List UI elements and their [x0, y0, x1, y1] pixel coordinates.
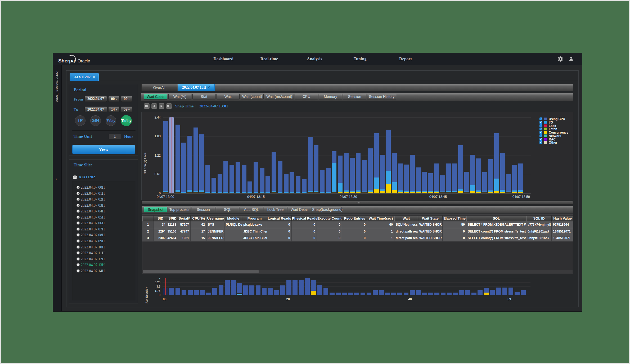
svg-text:Sherpa: Sherpa [58, 58, 75, 63]
svg-text:Oracle: Oracle [78, 59, 90, 63]
